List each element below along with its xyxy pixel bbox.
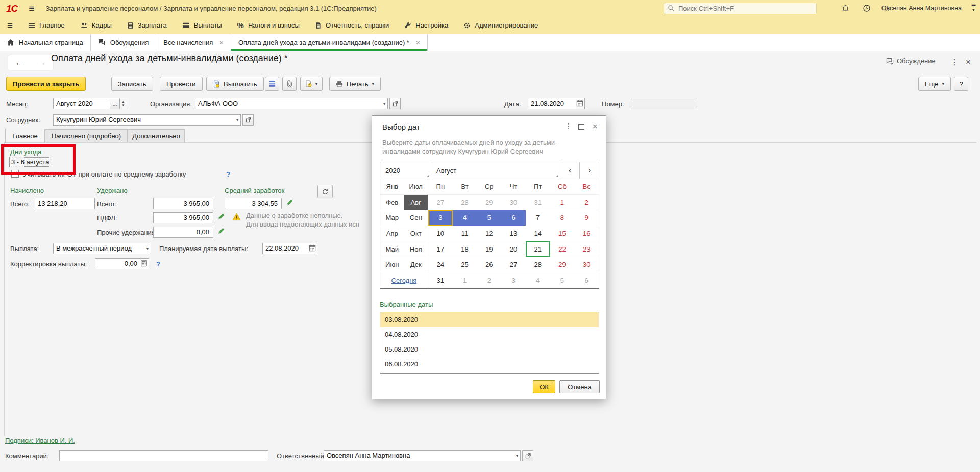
reminders-button[interactable]: ▾: [300, 77, 323, 91]
selected-date-row[interactable]: 03.08.2020: [380, 312, 599, 327]
responsible-open-button[interactable]: [522, 450, 533, 461]
calendar-day[interactable]: 28: [526, 257, 550, 273]
notifications-bell-icon[interactable]: [840, 3, 850, 13]
refresh-button[interactable]: [317, 185, 333, 198]
prev-month-button[interactable]: ‹: [560, 162, 579, 179]
form-tab-accrued-detail[interactable]: Начислено (подробно): [45, 129, 128, 142]
ndfl-field[interactable]: 3 965,00: [153, 212, 213, 223]
payout-select[interactable]: В межрасчетный период▾: [53, 243, 151, 254]
selected-date-row[interactable]: 04.08.2020: [380, 327, 599, 342]
calendar-day-selected[interactable]: 4: [453, 210, 477, 226]
sections-burger-icon[interactable]: ≡: [7, 20, 13, 31]
calendar-day[interactable]: 24: [428, 257, 453, 273]
edit-average-pencil-icon[interactable]: [286, 198, 293, 208]
responsible-field[interactable]: Овсепян Анна Мартиновна▾: [324, 450, 521, 461]
calendar-day-selected[interactable]: 5: [477, 210, 501, 226]
mrot-help-icon[interactable]: ?: [226, 170, 230, 178]
tab-discussions[interactable]: Обсуждения: [91, 34, 157, 51]
calendar-day[interactable]: 27: [428, 195, 453, 211]
help-button[interactable]: ?: [954, 77, 968, 91]
calendar-day[interactable]: 4: [526, 272, 550, 288]
calendar-day[interactable]: 11: [453, 226, 477, 242]
print-button[interactable]: Печать▾: [329, 77, 381, 91]
calendar-day[interactable]: 2: [477, 272, 501, 288]
calendar-day[interactable]: 1: [550, 195, 575, 211]
month-select[interactable]: Август: [431, 162, 560, 179]
dialog-kebab-icon[interactable]: ⋮: [565, 122, 572, 130]
menu-item-salary[interactable]: Зарплата: [127, 21, 167, 29]
user-menu-icon[interactable]: ≡▾: [971, 3, 976, 11]
page-close-icon[interactable]: ×: [966, 57, 971, 67]
month-cell[interactable]: Мар: [380, 210, 404, 226]
withheld-total-field[interactable]: 3 965,00: [153, 198, 213, 209]
mrot-checkbox[interactable]: ✓: [11, 170, 19, 178]
planned-payout-date-field[interactable]: 22.08.2020: [262, 243, 317, 254]
month-cell[interactable]: Ноя: [404, 241, 428, 257]
calendar-day[interactable]: 14: [526, 226, 550, 242]
next-month-button[interactable]: ›: [579, 162, 599, 179]
calendar-day[interactable]: 26: [477, 257, 501, 273]
page-kebab-icon[interactable]: ⋮: [950, 57, 959, 67]
tab-care-days-document[interactable]: Оплата дней ухода за детьми-инвалидами (…: [231, 34, 428, 51]
calendar-day[interactable]: 2: [574, 195, 599, 211]
calendar-day[interactable]: 5: [550, 272, 575, 288]
menu-item-settings[interactable]: Настройка: [404, 21, 448, 29]
month-cell[interactable]: Янв: [380, 179, 404, 195]
main-menu-icon[interactable]: ≡: [29, 3, 34, 14]
menu-item-reports[interactable]: Отчетность, справки: [315, 21, 389, 29]
comment-field[interactable]: [59, 450, 268, 461]
calendar-day[interactable]: 31: [526, 195, 550, 211]
other-withholdings-field[interactable]: 0,00: [153, 227, 213, 238]
month-spinner[interactable]: ▲▼: [119, 98, 127, 109]
organization-field[interactable]: АЛЬФА ООО▾: [195, 98, 388, 109]
care-days-link[interactable]: 3 - 6 августа: [9, 157, 51, 167]
organization-open-button[interactable]: [389, 98, 401, 109]
signatures-link[interactable]: Подписи: Иванов И. И.: [5, 437, 75, 444]
selected-date-row[interactable]: 05.08.2020: [380, 342, 599, 357]
register-records-button[interactable]: [265, 77, 279, 91]
calendar-day[interactable]: 23: [574, 241, 599, 257]
month-field[interactable]: Август 2020: [53, 98, 110, 109]
accrued-total-field[interactable]: 13 218,20: [35, 198, 95, 209]
calendar-day[interactable]: 31: [428, 272, 453, 288]
calendar-day[interactable]: 16: [574, 226, 599, 242]
number-field[interactable]: [631, 98, 697, 109]
edit-other-pencil-icon[interactable]: [217, 227, 225, 237]
menu-item-hr[interactable]: Кадры: [80, 21, 112, 29]
month-cell[interactable]: Сен: [404, 210, 428, 226]
month-cell[interactable]: Окт: [404, 226, 428, 242]
calculator-small-icon[interactable]: [140, 260, 148, 269]
calendar-day[interactable]: 13: [501, 226, 526, 242]
history-icon[interactable]: [862, 3, 872, 13]
calendar-day[interactable]: 20: [501, 241, 526, 257]
payout-adjustment-field[interactable]: 0,00: [95, 258, 149, 269]
year-select[interactable]: 2020: [380, 162, 431, 179]
form-tab-main[interactable]: Главное: [5, 129, 45, 143]
month-cell[interactable]: Апр: [380, 226, 404, 242]
more-button[interactable]: Еще▾: [918, 77, 951, 91]
pay-button[interactable]: Выплатить: [206, 77, 264, 91]
calendar-day[interactable]: 7: [526, 210, 550, 226]
menu-item-administration[interactable]: Администрирование: [463, 21, 538, 29]
search-input[interactable]: [677, 4, 813, 13]
employee-open-button[interactable]: [242, 114, 254, 126]
calendar-day[interactable]: 30: [501, 195, 526, 211]
menu-item-main[interactable]: Главное: [28, 21, 65, 29]
month-cell-current[interactable]: Авг: [404, 195, 428, 211]
calendar-day[interactable]: 3: [501, 272, 526, 288]
month-cell[interactable]: Июн: [380, 257, 404, 273]
calendar-day[interactable]: 1: [453, 272, 477, 288]
calendar-icon[interactable]: [576, 100, 583, 109]
month-cell[interactable]: Май: [380, 241, 404, 257]
calendar-day[interactable]: 22: [550, 241, 575, 257]
current-user-name[interactable]: Овсепян Анна Мартиновна: [881, 5, 962, 12]
cancel-button[interactable]: Отмена: [559, 380, 600, 393]
calendar-day[interactable]: 19: [477, 241, 501, 257]
tab-all-accruals[interactable]: Все начисления ×: [156, 34, 231, 51]
close-tab-icon[interactable]: ×: [219, 39, 224, 46]
calendar-icon[interactable]: [309, 244, 316, 254]
calendar-day[interactable]: 18: [453, 241, 477, 257]
month-cell[interactable]: Июл: [404, 179, 428, 195]
calendar-day[interactable]: 9: [574, 210, 599, 226]
attachments-button[interactable]: [282, 77, 297, 91]
